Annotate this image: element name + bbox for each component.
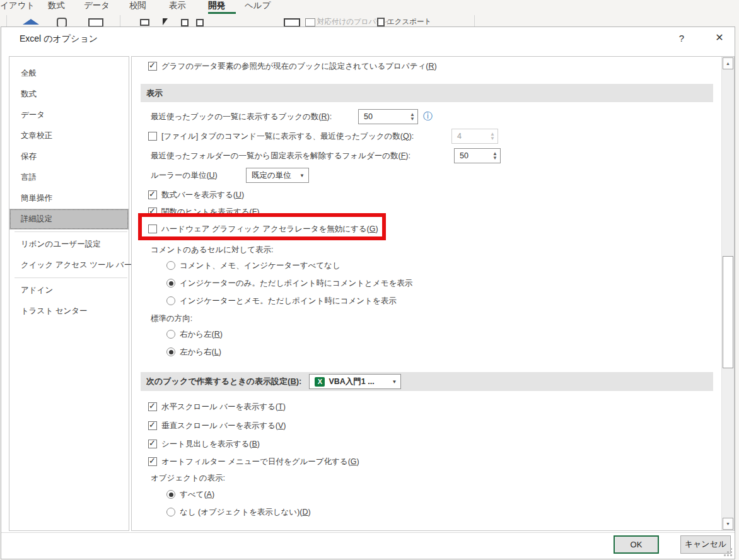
spin-down-icon[interactable]: ▼ xyxy=(492,156,498,160)
sidebar-item-language[interactable]: 言語 xyxy=(9,167,129,188)
ribbon-tab-layout[interactable]: イアウト xyxy=(0,0,35,11)
radio-comment-indicator-memo[interactable] xyxy=(166,296,175,305)
sidebar-divider xyxy=(15,231,127,232)
ribbon-tab-data[interactable]: データ xyxy=(84,0,110,11)
sidebar-item-general[interactable]: 全般 xyxy=(9,63,129,84)
check-icon: ✓ xyxy=(149,61,156,70)
ribbon-tab-bar: イアウト 数式 データ 校閲 表示 開発 ヘルプ xyxy=(0,0,739,14)
sidebar-item-save[interactable]: 保存 xyxy=(9,146,129,167)
file-tab-row: ✓ [ファイル] タブのコマンド一覧に表示する、最近使ったブックの数(Q): 4… xyxy=(148,129,716,143)
gear-icon xyxy=(57,18,67,26)
ok-button[interactable]: OK xyxy=(614,535,659,554)
sidebar-item-addins[interactable]: アドイン xyxy=(9,280,129,301)
help-icon[interactable]: ? xyxy=(675,33,689,47)
unpin-folders-spinner[interactable]: 50 ▲▼ xyxy=(454,148,501,163)
resize-grip[interactable] xyxy=(723,547,733,557)
objects-option-none: なし (オブジェクトを表示しない)(D) xyxy=(166,505,311,519)
ribbon-tab-developer[interactable]: 開発 xyxy=(208,0,225,11)
ribbon-strip-clipped: 対応付けのプロパティ エクスポート xyxy=(0,14,739,26)
section-title: 次のブックで作業するときの表示設定(B): xyxy=(146,376,301,387)
advanced-settings-panel: ✓ グラフのデータ要素の参照先が現在のブックに設定されているプロパティ(R) 表… xyxy=(131,56,735,531)
info-icon[interactable]: ⓘ xyxy=(423,110,433,122)
radio-label: コメント、メモ、インジケーターすべてなし xyxy=(180,260,340,271)
sidebar-item-trust-center[interactable]: トラスト センター xyxy=(9,301,129,322)
scroll-down-icon[interactable]: ▼ xyxy=(723,518,733,530)
ribbon-tab-help[interactable]: ヘルプ xyxy=(245,0,271,11)
chart-ref-checkbox[interactable]: ✓ xyxy=(148,62,157,71)
recent-books-spinner[interactable]: 50 ▲▼ xyxy=(358,109,418,124)
sidebar-item-customize-ribbon[interactable]: リボンのユーザー設定 xyxy=(9,234,129,255)
vscroll-checkbox[interactable]: ✓ xyxy=(148,421,157,430)
scroll-up-icon[interactable]: ▲ xyxy=(723,57,733,69)
sidebar-item-advanced[interactable]: 詳細設定 xyxy=(9,209,129,230)
radio-comment-indicator-only[interactable] xyxy=(166,279,175,288)
field-label: ルーラーの単位(U) xyxy=(151,170,218,181)
ruler-units-dropdown[interactable]: 既定の単位 ▼ xyxy=(246,168,309,183)
direction-label: 標準の方向: xyxy=(151,312,192,325)
autofilter-dates-checkbox[interactable]: ✓ xyxy=(148,457,157,466)
checkbox-label: 水平スクロール バーを表示する(T) xyxy=(161,402,286,412)
sidebar-item-quick-access[interactable]: クイック アクセス ツール バー xyxy=(9,255,129,276)
spinner-value[interactable]: 4 xyxy=(452,132,487,141)
unpin-folders-row: 最近使ったフォルダーの一覧から固定表示を解除するフォルダーの数(F): 50 ▲… xyxy=(151,149,718,163)
group-label: コメントのあるセルに対して表示: xyxy=(151,245,274,255)
radio-right-to-left[interactable] xyxy=(166,330,175,339)
scrollbar-thumb[interactable] xyxy=(723,256,733,368)
small-control-icon xyxy=(196,19,204,26)
radio-label: 右から左(R) xyxy=(180,329,223,340)
options-category-sidebar: 全般 数式 データ 文章校正 保存 言語 簡単操作 詳細設定 リボンのユーザー設… xyxy=(9,56,129,531)
hscroll-checkbox[interactable]: ✓ xyxy=(148,402,157,411)
file-tab-spinner[interactable]: 4 ▲▼ xyxy=(451,129,498,144)
hscroll-row: ✓ 水平スクロール バーを表示する(T) xyxy=(148,400,286,414)
radio-objects-none[interactable] xyxy=(166,508,175,516)
radio-objects-all[interactable] xyxy=(166,490,175,499)
footer-divider xyxy=(1,532,735,533)
roof-shape-icon xyxy=(23,19,39,25)
ribbon-tab-formulas[interactable]: 数式 xyxy=(48,0,65,11)
excel-options-dialog: Excel のオプション ? ✕ 全般 数式 データ 文章校正 保存 言語 簡単… xyxy=(1,26,735,559)
check-icon: ✓ xyxy=(149,457,156,465)
sidebar-item-formulas[interactable]: 数式 xyxy=(9,84,129,105)
radio-left-to-right[interactable] xyxy=(166,347,175,356)
sheet-tabs-checkbox[interactable]: ✓ xyxy=(148,440,157,448)
formula-bar-checkbox[interactable]: ✓ xyxy=(148,190,157,199)
ribbon-tab-view[interactable]: 表示 xyxy=(169,0,186,11)
group-label: 標準の方向: xyxy=(151,313,192,324)
comments-display-label: コメントのあるセルに対して表示: xyxy=(151,243,274,257)
excel-file-icon: X xyxy=(315,377,325,387)
sidebar-item-data[interactable]: データ xyxy=(9,105,129,125)
spinner-value[interactable]: 50 xyxy=(455,151,490,160)
dropdown-value: 既定の単位 xyxy=(252,170,296,181)
radio-label: なし (オブジェクトを表示しない)(D) xyxy=(180,507,311,518)
spin-down-icon[interactable]: ▼ xyxy=(490,136,495,141)
sidebar-divider xyxy=(15,277,127,278)
vertical-scrollbar[interactable]: ▲ ▼ xyxy=(721,57,734,530)
design-mode-icon xyxy=(88,18,103,26)
sidebar-item-accessibility[interactable]: 簡単操作 xyxy=(9,188,129,209)
ribbon-tab-review[interactable]: 校閲 xyxy=(129,0,146,11)
chevron-down-icon: ▼ xyxy=(300,173,305,178)
sidebar-item-proofing[interactable]: 文章校正 xyxy=(9,125,129,146)
check-icon: ✓ xyxy=(149,402,156,411)
chart-ref-row: ✓ グラフのデータ要素の参照先が現在のブックに設定されているプロパティ(R) xyxy=(148,59,437,73)
workbook-dropdown[interactable]: X VBA入門1 ... ▼ xyxy=(309,374,401,389)
file-tab-checkbox[interactable]: ✓ xyxy=(148,132,157,141)
dialog-title: Excel のオプション xyxy=(20,33,98,45)
checkbox-label: 関数のヒントを表示する(F) xyxy=(161,207,260,218)
function-tips-checkbox[interactable]: ✓ xyxy=(148,207,157,216)
sheet-tabs-row: ✓ シート見出しを表示する(B) xyxy=(148,437,260,451)
close-icon[interactable]: ✕ xyxy=(711,32,728,47)
direction-option-ltr: 左から右(L) xyxy=(166,345,221,359)
checkbox-label: ハードウェア グラフィック アクセラレータを無効にする(G) xyxy=(161,224,378,235)
function-tips-row: ✓ 関数のヒントを表示する(F) xyxy=(148,205,260,219)
excel-window: イアウト 数式 データ 校閲 表示 開発 ヘルプ 対応付けのプロパティ エクスポ… xyxy=(0,0,739,560)
hw-accel-checkbox[interactable]: ✓ xyxy=(148,225,157,233)
radio-label: すべて(A) xyxy=(180,489,214,500)
checkbox-label: オートフィルター メニューで日付をグループ化する(G) xyxy=(161,457,359,467)
check-icon: ✓ xyxy=(149,207,156,216)
chevron-down-icon: ▼ xyxy=(392,379,397,385)
check-icon: ✓ xyxy=(149,439,156,448)
radio-comment-none[interactable] xyxy=(166,261,175,270)
spin-down-icon[interactable]: ▼ xyxy=(410,117,415,121)
spinner-value[interactable]: 50 xyxy=(359,112,407,121)
